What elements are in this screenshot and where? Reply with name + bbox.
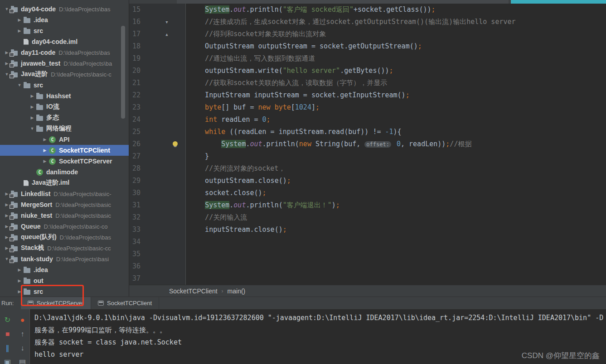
- expand-arrow-icon[interactable]: ▶: [15, 278, 24, 283]
- chevron-up-icon[interactable]: ▴: [165, 28, 169, 40]
- code-line-26[interactable]: 26 System.out.println(new String(buf, of…: [129, 138, 606, 150]
- tree-item-out[interactable]: ▶out: [0, 275, 129, 286]
- tree-item-day04-code[interactable]: ▼day04-codeD:\IdeaProjects\bas: [0, 4, 129, 14]
- collapse-arrow-icon[interactable]: ▼: [28, 126, 36, 131]
- breadcrumb-item[interactable]: main(): [228, 287, 246, 295]
- run-tab-SocketTCPServer[interactable]: SocketTCPServer: [21, 297, 91, 309]
- export-icon[interactable]: ▤: [15, 355, 30, 364]
- ide-window: ▼day04-codeD:\IdeaProjects\bas▶.idea▶src…: [0, 0, 606, 364]
- gutter: [164, 211, 186, 224]
- tree-item-.idea[interactable]: ▶.idea: [0, 14, 129, 25]
- tree-item-tank-study[interactable]: ▼tank-studyD:\IdeaProjects\basi: [0, 254, 129, 264]
- rerun-icon[interactable]: ↻: [0, 313, 15, 327]
- stop-icon[interactable]: ■: [0, 327, 15, 341]
- code-editor[interactable]: 15 System.out.println("客户端 socked返回"+soc…: [129, 4, 606, 285]
- tree-item-IO流[interactable]: ▶IO流: [0, 101, 129, 112]
- intention-bulb-icon[interactable]: [173, 141, 178, 146]
- code-line-20[interactable]: 20 outputStream.write("hello server".get…: [129, 65, 606, 77]
- code-token: ;: [418, 42, 422, 50]
- tree-item-SocketTCPClient[interactable]: ▶CSocketTCPClient: [0, 145, 129, 156]
- tree-item-SocketTCPServer[interactable]: ▶CSocketTCPServer: [0, 156, 129, 167]
- tree-item-.idea[interactable]: ▶.idea: [0, 264, 129, 275]
- expand-arrow-icon[interactable]: ▶: [41, 137, 49, 142]
- code-line-28[interactable]: 28 //关闭流对象的socket，: [129, 163, 606, 175]
- breadcrumb: SocketTCPClient›main(): [129, 285, 606, 297]
- tree-item-label: Java进阶.iml: [32, 179, 69, 187]
- project-tree-scrollbar[interactable]: [121, 26, 125, 119]
- pause-icon[interactable]: ∥: [0, 341, 15, 355]
- tree-item-queue(队列)[interactable]: ▶queue(队列)D:\IdeaProjects\bas: [0, 232, 129, 243]
- code-text: System.out.println("客户端退出！");: [186, 199, 340, 211]
- run-tab-SocketTCPClient[interactable]: SocketTCPClient: [91, 297, 159, 309]
- notification-dot-icon[interactable]: ●: [15, 313, 30, 327]
- tree-item-day11-code[interactable]: ▶day11-codeD:\IdeaProjects\bas: [0, 47, 129, 58]
- code-line-36[interactable]: 36: [129, 260, 606, 273]
- code-line-29[interactable]: 29 outputStream.close();: [129, 175, 606, 187]
- expand-arrow-icon[interactable]: ▶: [15, 18, 24, 22]
- expand-arrow-icon[interactable]: ▶: [41, 159, 49, 163]
- code-line-21[interactable]: 21 //获取和socket关联的输入流，读取数据（字节），并显示: [129, 77, 606, 89]
- expand-arrow-icon[interactable]: ▶: [41, 148, 49, 153]
- tree-item-Java进阶[interactable]: ▼Java进阶D:\IdeaProjects\basic-c: [0, 69, 129, 80]
- expand-arrow-icon[interactable]: ▶: [15, 268, 24, 272]
- tree-item-Java进阶.iml[interactable]: Java进阶.iml: [0, 177, 129, 188]
- code-line-19[interactable]: 19 //通过输出流，写入数据到数据通道: [129, 53, 606, 65]
- tree-item-path: D:\IdeaProjects\basic-cc: [47, 245, 111, 252]
- code-line-37[interactable]: 37: [129, 273, 606, 285]
- monitor-icon[interactable]: ▣: [0, 355, 15, 364]
- scroll-down-icon[interactable]: ↓: [15, 341, 30, 355]
- expand-arrow-icon[interactable]: ▶: [28, 115, 36, 120]
- tree-item-label: niuke_test: [21, 212, 52, 219]
- tree-item-day04-code.iml[interactable]: day04-code.iml: [0, 36, 129, 47]
- tree-item-Queue[interactable]: ▶QueueD:\IdeaProjects\basic-co: [0, 221, 129, 232]
- code-text: //通过输出流，写入数据到数据通道: [186, 53, 315, 65]
- code-line-25[interactable]: 25 while ((readLen = inputStream.read(bu…: [129, 126, 606, 138]
- code-text: socket.close();: [186, 187, 267, 199]
- tree-item-label: SocketTCPClient: [59, 147, 110, 154]
- editor-tab-partial[interactable]: [177, 0, 509, 4]
- tree-item-src[interactable]: ▶src: [0, 25, 129, 36]
- code-line-33[interactable]: 33 inputStream.close();: [129, 224, 606, 236]
- code-line-32[interactable]: 32 //关闭输入流: [129, 211, 606, 224]
- code-token: ;: [262, 189, 267, 197]
- code-text: int readLen = 0;: [186, 114, 271, 126]
- code-line-15[interactable]: 15 System.out.println("客户端 socked返回"+soc…: [129, 4, 606, 16]
- tree-item-网络编程[interactable]: ▼网络编程: [0, 123, 129, 134]
- expand-arrow-icon[interactable]: ▶: [28, 105, 36, 109]
- code-line-31[interactable]: 31 System.out.println("客户端退出！");: [129, 199, 606, 211]
- code-line-17[interactable]: 17▴ //得到和socket对象关联的输出流对象: [129, 28, 606, 40]
- console-lines: D:\Java1\jdk-9.0.1\bin\java -Dvisualvm.i…: [34, 312, 606, 361]
- code-line-16[interactable]: 16▾ //连接成功后，生成socket对象，通过socket.getOutpu…: [129, 16, 606, 28]
- tree-item-MergeSort[interactable]: ▶MergeSortD:\IdeaProjects\basic: [0, 199, 129, 210]
- collapse-arrow-icon[interactable]: ▼: [15, 83, 24, 87]
- code-line-34[interactable]: 34: [129, 236, 606, 248]
- code-line-27[interactable]: 27 }: [129, 150, 606, 163]
- code-line-24[interactable]: 24 int readLen = 0;: [129, 114, 606, 126]
- tree-item-niuke_test[interactable]: ▶niuke_testD:\IdeaProjects\basic: [0, 210, 129, 221]
- folder-icon: [36, 94, 43, 99]
- chevron-down-icon[interactable]: ▾: [165, 16, 169, 28]
- tree-item-javaweb_test[interactable]: ▶javaweb_testD:\IdeaProjects\ba: [0, 58, 129, 69]
- tree-item-src[interactable]: ▼src: [0, 80, 129, 91]
- gutter: [164, 40, 186, 53]
- code-line-18[interactable]: 18 OutputStream outputStream = socket.ge…: [129, 40, 606, 53]
- code-line-35[interactable]: 35: [129, 248, 606, 260]
- code-line-23[interactable]: 23 byte[] buf = new byte[1024];: [129, 101, 606, 114]
- expand-arrow-icon[interactable]: ▶: [15, 289, 24, 294]
- tree-item-API[interactable]: ▶CAPI: [0, 134, 129, 145]
- tree-item-danlimode[interactable]: Cdanlimode: [0, 167, 129, 177]
- expand-arrow-icon[interactable]: ▶: [15, 29, 24, 33]
- expand-arrow-icon[interactable]: ▶: [28, 94, 36, 98]
- tree-item-多态[interactable]: ▶多态: [0, 112, 129, 123]
- tree-item-src[interactable]: ▶src: [0, 286, 129, 297]
- watermark: CSDN @仰望星空的鑫: [522, 350, 600, 361]
- tree-item-Linkedlist[interactable]: ▶LinkedlistD:\IdeaProjects\basic-: [0, 188, 129, 199]
- breadcrumb-item[interactable]: SocketTCPClient: [169, 287, 218, 295]
- scroll-up-icon[interactable]: ↑: [15, 327, 30, 341]
- tree-item-Stack栈[interactable]: ▶Stack栈D:\IdeaProjects\basic-cc: [0, 243, 129, 254]
- code-line-30[interactable]: 30 socket.close();: [129, 187, 606, 199]
- code-text: [186, 273, 189, 285]
- project-panel: ▼day04-codeD:\IdeaProjects\bas▶.idea▶src…: [0, 0, 129, 297]
- code-line-22[interactable]: 22 InputStream inputStream = socket.getI…: [129, 89, 606, 101]
- tree-item-Hashset[interactable]: ▶Hashset: [0, 91, 129, 101]
